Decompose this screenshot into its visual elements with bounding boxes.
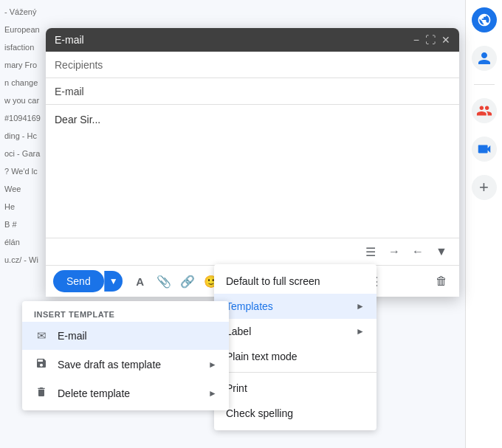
compose-body: Recipients E-mail Dear Sir... [46, 52, 459, 238]
meet-icon-button[interactable] [472, 137, 497, 162]
minimize-icon[interactable]: − [413, 35, 419, 45]
indent-icon[interactable]: → [384, 241, 405, 262]
snippet-5: n change [4, 78, 41, 87]
maximize-icon[interactable]: ⛶ [425, 35, 436, 45]
bold-icon[interactable]: A [130, 271, 151, 292]
menu-item-templates-label: Templates [226, 300, 273, 312]
template-item-email-inner: ✉ E-mail [34, 329, 87, 342]
template-item-save[interactable]: Save draft as template ► [22, 350, 229, 379]
menu-item-print-label: Print [226, 382, 247, 394]
snippet-11: Wee [4, 185, 41, 193]
snippet-4: mary Fro [4, 61, 41, 69]
template-item-email[interactable]: ✉ E-mail [22, 322, 229, 350]
template-item-delete[interactable]: Delete template ► [22, 379, 229, 407]
template-delete-label: Delete template [58, 387, 130, 399]
format-toolbar-2: ☰ → ← ▼ [46, 238, 459, 265]
globe-icon-button[interactable] [472, 7, 497, 32]
plus-icon-button[interactable]: + [472, 175, 497, 200]
menu-item-plaintext-label: Plain text mode [226, 351, 298, 362]
template-email-label: E-mail [58, 330, 87, 342]
email-icon: ✉ [34, 329, 49, 342]
email-label: E-mail [55, 86, 84, 97]
sidebar-divider-1 [474, 84, 495, 85]
delete-template-icon [34, 386, 49, 400]
snippet-7: #1094169 [4, 114, 41, 123]
insert-template-header: INSERT TEMPLATE [22, 304, 229, 322]
user-icon-button[interactable] [472, 46, 497, 71]
outdent-icon[interactable]: ← [408, 241, 428, 262]
snippet-13: B # [4, 220, 41, 229]
template-item-save-inner: Save draft as template [34, 357, 161, 371]
recipients-label: Recipients [55, 59, 103, 71]
snippet-10: ? We'd lc [4, 167, 41, 176]
snippet-8: ding - Hc [4, 131, 41, 140]
save-template-arrow-icon: ► [208, 359, 217, 370]
link-icon[interactable]: 🔗 [177, 271, 198, 292]
menu-item-spelling-label: Check spelling [226, 407, 293, 419]
email-body[interactable]: Dear Sir... [46, 105, 459, 238]
menu-item-fullscreen-label: Default to full screen [226, 275, 320, 287]
menu-item-plaintext[interactable]: Plain text mode [214, 344, 376, 369]
context-menu: Default to full screen Templates ► Label… [214, 264, 376, 430]
label-arrow-icon: ► [356, 326, 365, 337]
compose-title: E-mail [55, 34, 84, 46]
menu-item-label[interactable]: Label ► [214, 319, 376, 344]
list-icon[interactable]: ☰ [360, 241, 381, 262]
compose-header: E-mail − ⛶ ✕ [46, 28, 459, 52]
snippet-15: u.cz/ - Wi [4, 255, 41, 264]
menu-item-label-label: Label [226, 325, 251, 337]
attach-icon[interactable]: 📎 [154, 271, 174, 292]
snippet-14: élán [4, 238, 41, 247]
save-icon [34, 357, 49, 371]
template-save-label: Save draft as template [58, 359, 161, 371]
delete-icon[interactable]: 🗑 [431, 271, 452, 292]
insert-template-panel: INSERT TEMPLATE ✉ E-mail Save draft as t… [22, 301, 229, 410]
compose-header-icons: − ⛶ ✕ [413, 35, 450, 45]
snippet-6: w you car [4, 96, 41, 105]
send-dropdown-button[interactable]: ▼ [104, 271, 123, 292]
recipients-field[interactable]: Recipients [46, 52, 459, 78]
snippet-12: He [4, 202, 41, 211]
close-icon[interactable]: ✕ [441, 35, 450, 45]
email-field[interactable]: E-mail [46, 78, 459, 105]
people-icon-button[interactable] [472, 98, 497, 123]
template-item-delete-inner: Delete template [34, 386, 130, 400]
send-button[interactable]: Send [53, 270, 104, 292]
snippet-2: European B [4, 25, 41, 34]
context-menu-divider [214, 372, 376, 373]
snippet-1: - Vážený [4, 7, 41, 16]
delete-template-arrow-icon: ► [208, 388, 217, 399]
snippet-3: isfaction [4, 43, 41, 52]
menu-item-fullscreen[interactable]: Default to full screen [214, 269, 376, 294]
menu-item-spelling[interactable]: Check spelling [214, 401, 376, 426]
compose-window: E-mail − ⛶ ✕ Recipients E-mail Dear Sir.… [46, 28, 459, 297]
greeting-text: Dear Sir... [55, 114, 100, 125]
menu-item-templates[interactable]: Templates ► [214, 294, 376, 319]
menu-item-print[interactable]: Print [214, 376, 376, 401]
right-sidebar: + [465, 0, 502, 448]
snippet-9: oci - Gara [4, 149, 41, 158]
format-arrow-icon[interactable]: ▼ [431, 241, 452, 262]
templates-arrow-icon: ► [356, 301, 365, 311]
